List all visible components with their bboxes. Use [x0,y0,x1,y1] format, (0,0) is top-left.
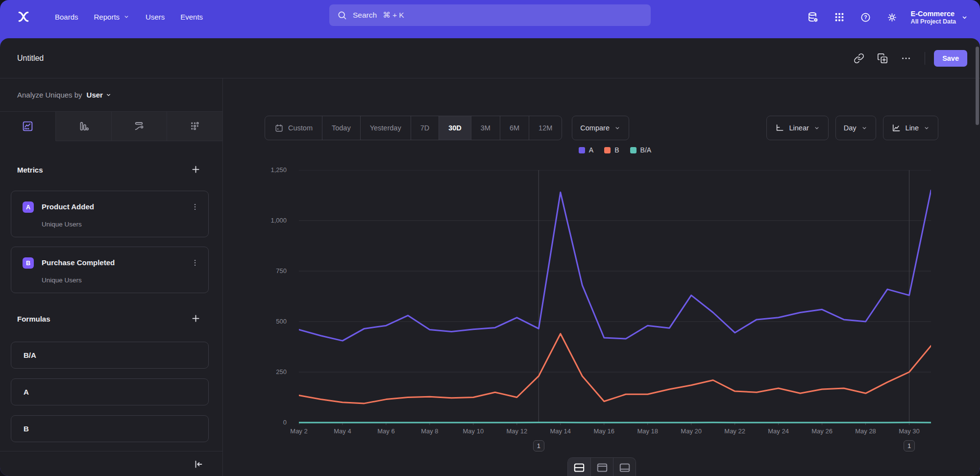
x-axis-tick-label: May 4 [325,427,360,435]
tab-funnels[interactable] [56,112,112,141]
nav-item-users[interactable]: Users [138,8,172,26]
layout-chart-top-button[interactable] [590,458,613,476]
layout-split-button[interactable] [568,458,590,476]
help-icon: ? [860,12,871,23]
x-axis-tick-label: May 2 [282,427,316,435]
line-chart-plot[interactable] [299,170,931,426]
date-range-12m[interactable]: 12M [529,116,562,140]
mixpanel-logo[interactable] [14,7,33,26]
chevron-down-icon [923,125,930,131]
chart-legend: A B B/A [299,146,931,154]
formula-expression: B [24,425,29,433]
query-sidebar: Analyze Uniques by User [0,78,223,476]
project-switcher[interactable]: E-Commerce All Project Data [911,9,968,25]
analyze-label: Analyze Uniques by [17,91,82,99]
report-type-tabs [0,112,222,141]
save-button[interactable]: Save [934,50,967,67]
layout-chart-bottom-button[interactable] [613,458,636,476]
metric-menu-button[interactable] [189,200,201,214]
funnels-icon [77,120,90,132]
scale-dropdown[interactable]: Linear [766,116,828,140]
interval-dropdown[interactable]: Day [835,116,876,140]
chart-type-dropdown[interactable]: Line [883,116,938,140]
formula-expression: B/A [24,351,36,359]
date-range-label: 12M [539,124,552,132]
add-formula-button[interactable] [188,311,203,326]
formula-card[interactable]: B [11,415,209,442]
x-axis-tick-label: May 28 [849,427,883,435]
kebab-icon [191,202,199,211]
interval-label: Day [844,124,857,132]
scale-label: Linear [789,124,808,132]
y-axis-tick-label: 750 [233,267,287,275]
nav-item-label: Reports [94,13,120,21]
date-range-label: 7D [420,124,430,132]
annotation-badge[interactable]: 1 [904,440,915,451]
duplicate-button[interactable] [873,49,892,68]
legend-swatch [630,147,637,153]
legend-label: A [589,146,593,154]
formula-card[interactable]: B/A [11,342,209,369]
chevron-down-icon [813,125,820,131]
tab-insights[interactable] [0,112,56,141]
layout-chart-top-icon [596,461,609,474]
metric-card[interactable]: A Product Added Unique Users [11,191,209,237]
copy-link-button[interactable] [849,49,869,68]
project-scope: All Project Data [911,18,956,25]
search-input[interactable]: Search ⌘ + K [329,4,651,26]
app: Boards Reports Users Events Search ⌘ + K [0,0,980,476]
kebab-icon [191,258,199,267]
settings-button[interactable] [882,6,903,28]
date-range-custom[interactable]: Custom [265,116,322,140]
chevron-down-icon [961,14,968,21]
project-name: E-Commerce [911,9,956,18]
nav-item-boards[interactable]: Boards [47,8,86,26]
svg-text:?: ? [864,14,867,20]
nav-item-label: Boards [55,13,78,21]
compare-button[interactable]: Compare [572,116,629,140]
annotation-badge[interactable]: 1 [533,440,544,451]
apps-grid-button[interactable] [829,6,850,28]
formula-card[interactable]: A [11,378,209,405]
legend-item[interactable]: B/A [630,146,652,154]
legend-swatch [604,147,611,153]
database-gear-icon [807,11,819,23]
nav-item-events[interactable]: Events [172,8,211,26]
more-options-button[interactable] [896,49,916,68]
date-range-yesterday[interactable]: Yesterday [360,116,411,140]
metric-menu-button[interactable] [189,256,201,270]
date-range-7d[interactable]: 7D [411,116,439,140]
add-metric-button[interactable] [188,162,203,176]
metric-name: Product Added [42,202,94,211]
legend-item[interactable]: A [579,146,593,154]
metric-measure[interactable]: Unique Users [42,221,82,228]
date-range-control: Custom Today Yesterday [265,116,562,140]
legend-item[interactable]: B [604,146,619,154]
scrollbar-thumb[interactable] [976,47,979,125]
metric-name: Purchase Completed [42,258,115,267]
tab-flows[interactable] [112,112,168,141]
insights-icon [22,120,34,132]
chart-toolbar: Custom Today Yesterday [265,116,938,140]
data-management-button[interactable] [802,6,824,28]
nav-item-reports[interactable]: Reports [86,8,138,26]
x-axis-tick-label: May 16 [587,427,621,435]
x-axis-tick-label: May 12 [500,427,534,435]
date-range-6m[interactable]: 6M [500,116,529,140]
help-button[interactable]: ? [855,6,877,28]
metric-card[interactable]: B Purchase Completed Unique Users [11,247,209,293]
analyze-by-dropdown[interactable]: User [87,91,112,99]
line-chart-icon [891,123,901,133]
date-range-today[interactable]: Today [322,116,360,140]
linear-scale-icon [775,123,784,133]
date-range-30d[interactable]: 30D [439,116,471,140]
report-title[interactable]: Untitled [17,54,44,63]
analyze-row: Analyze Uniques by User [0,78,222,112]
collapse-sidebar-button[interactable] [190,457,207,472]
date-range-3m[interactable]: 3M [471,116,500,140]
tab-retention[interactable] [167,112,222,141]
report-actions: Save [849,49,967,68]
ellipsis-icon [901,53,911,64]
plus-icon [191,313,201,324]
metric-measure[interactable]: Unique Users [42,276,82,284]
